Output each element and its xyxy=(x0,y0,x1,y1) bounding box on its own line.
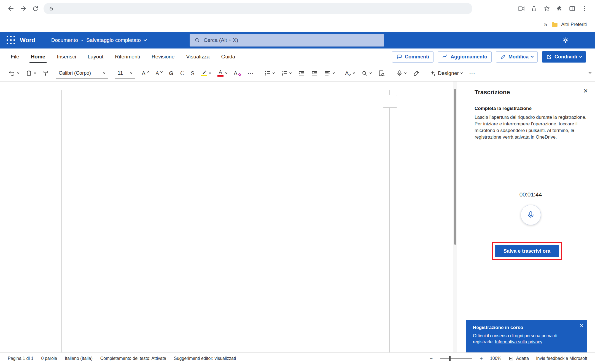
search-document-button[interactable] xyxy=(378,70,385,77)
pause-recording-button[interactable] xyxy=(521,205,541,225)
collapse-ribbon-button[interactable] xyxy=(588,71,591,74)
clear-formatting-button[interactable]: A xyxy=(234,70,241,76)
app-launcher-button[interactable] xyxy=(7,36,15,45)
text-completion-indicator[interactable]: Completamento del testo: Attivata xyxy=(100,356,166,361)
more-toolbar-options-button[interactable]: ⋯ xyxy=(469,70,475,76)
address-bar[interactable] xyxy=(44,3,472,14)
tab-revisione[interactable]: Revisione xyxy=(146,48,180,65)
tab-layout[interactable]: Layout xyxy=(82,48,109,65)
browser-forward-button[interactable] xyxy=(17,2,29,15)
dictate-button[interactable] xyxy=(396,70,406,76)
feedback-link[interactable]: Invia feedback a Microsoft xyxy=(536,356,587,361)
recording-toast: Registrazione in corso Ottieni il consen… xyxy=(466,320,587,352)
zoom-level[interactable]: 100% xyxy=(490,356,501,361)
fit-page-icon xyxy=(508,356,514,361)
word-count[interactable]: 0 parole xyxy=(41,356,57,361)
increase-indent-button[interactable] xyxy=(311,70,318,77)
styles-button[interactable]: A xyxy=(345,70,355,76)
document-title-group[interactable]: Documento - Salvataggio completato xyxy=(51,37,146,43)
numbered-list-button[interactable] xyxy=(281,70,291,77)
app-window: » Altri Preferiti Word Documento - Salva… xyxy=(0,0,595,364)
font-color-button[interactable]: A xyxy=(217,70,227,77)
bold-button[interactable]: G xyxy=(169,70,173,76)
tab-file[interactable]: File xyxy=(5,48,25,65)
page-count[interactable]: Pagina 1 di 1 xyxy=(8,356,33,361)
side-panel-button[interactable] xyxy=(569,5,576,12)
decrease-indent-icon xyxy=(298,70,305,77)
highlight-color-button[interactable] xyxy=(201,70,211,76)
document-scrollbar[interactable] xyxy=(453,82,457,352)
zoom-in-button[interactable]: + xyxy=(480,356,483,361)
search-input[interactable] xyxy=(204,37,379,43)
shrink-font-button[interactable]: A xyxy=(156,71,162,76)
chevron-down-icon xyxy=(160,70,163,72)
alignment-button[interactable] xyxy=(324,70,335,77)
more-font-options-button[interactable]: ⋯ xyxy=(247,70,254,76)
document-page[interactable] xyxy=(61,90,390,352)
puzzle-icon xyxy=(556,5,563,12)
browser-menu-button[interactable] xyxy=(581,5,588,12)
microphone-icon xyxy=(527,211,535,219)
underline-button[interactable]: S xyxy=(191,70,195,76)
bullet-list-button[interactable] xyxy=(264,70,274,77)
save-and-transcribe-button[interactable]: Salva e trascrivi ora xyxy=(495,245,559,257)
chevron-down-icon xyxy=(579,55,582,58)
other-bookmarks-button[interactable]: Altri Preferiti xyxy=(551,21,587,28)
font-size-combo[interactable]: 11 xyxy=(115,68,135,79)
comment-placeholder[interactable] xyxy=(383,95,397,108)
toast-close-button[interactable]: × xyxy=(580,322,583,330)
video-call-button[interactable] xyxy=(517,5,525,12)
zoom-controls: − + 100% Adatta Invia feedback a Microso… xyxy=(430,356,587,361)
tab-guida[interactable]: Guida xyxy=(216,48,241,65)
browser-back-button[interactable] xyxy=(5,2,17,15)
comment-bubble-icon xyxy=(396,54,402,60)
zoom-slider-thumb[interactable] xyxy=(449,356,451,361)
editor-suggestions-indicator[interactable]: Suggerimenti editor: visualizzati xyxy=(174,356,236,361)
browser-reload-button[interactable] xyxy=(29,2,41,15)
format-painter-button[interactable] xyxy=(42,70,49,77)
font-size-value: 11 xyxy=(118,70,123,76)
status-bar: Pagina 1 di 1 0 parole Italiano (Italia)… xyxy=(0,352,595,364)
italic-button[interactable]: C xyxy=(180,70,184,76)
share-page-button[interactable] xyxy=(531,5,538,12)
bookmark-star-button[interactable] xyxy=(543,5,550,12)
tab-inserisci[interactable]: Inserisci xyxy=(51,48,82,65)
panel-close-button[interactable]: × xyxy=(583,87,588,95)
privacy-policy-link[interactable]: Informativa sulla privacy xyxy=(495,339,542,344)
catch-up-button[interactable]: Aggiornamento xyxy=(438,51,492,63)
share-button[interactable]: Condividi xyxy=(542,51,586,63)
language-indicator[interactable]: Italiano (Italia) xyxy=(65,356,93,361)
scrollbar-thumb[interactable] xyxy=(454,89,456,245)
zoom-out-button[interactable]: − xyxy=(430,356,433,361)
font-name-combo[interactable]: Calibri (Corpo) xyxy=(56,68,108,79)
comments-label: Commenti xyxy=(405,54,429,60)
paste-button[interactable] xyxy=(26,70,36,77)
search-box[interactable] xyxy=(190,34,384,47)
settings-button[interactable] xyxy=(561,36,570,44)
bookmarks-overflow-button[interactable]: » xyxy=(544,21,547,28)
share-label: Condividi xyxy=(554,54,577,60)
fit-to-page-button[interactable]: Adatta xyxy=(508,356,529,361)
editor-button[interactable] xyxy=(413,70,420,77)
extensions-button[interactable] xyxy=(556,5,563,12)
clear-format-glyph: A xyxy=(234,70,238,76)
panel-title: Trascrizione xyxy=(475,89,587,96)
undo-icon xyxy=(8,70,15,77)
tab-home[interactable]: Home xyxy=(25,48,51,65)
ribbon-action-buttons: Commenti Aggiornamento Modifica Condivid… xyxy=(392,51,590,63)
designer-button[interactable]: Designer xyxy=(429,70,462,77)
decrease-indent-button[interactable] xyxy=(298,70,305,77)
tab-riferimenti[interactable]: Riferimenti xyxy=(109,48,146,65)
undo-button[interactable] xyxy=(8,70,19,77)
find-button[interactable] xyxy=(361,70,371,77)
editing-mode-button[interactable]: Modifica xyxy=(496,51,538,63)
pencil-icon xyxy=(500,54,506,60)
search-icon xyxy=(194,37,200,43)
chevron-down-icon xyxy=(144,38,147,41)
grow-font-button[interactable]: A xyxy=(142,70,149,76)
word-app-header: Word Documento - Salvataggio completato xyxy=(0,32,595,48)
zoom-slider[interactable] xyxy=(440,358,472,359)
comments-button[interactable]: Commenti xyxy=(392,51,434,63)
tab-visualizza[interactable]: Visualizza xyxy=(180,48,215,65)
browser-action-icons xyxy=(517,5,590,12)
